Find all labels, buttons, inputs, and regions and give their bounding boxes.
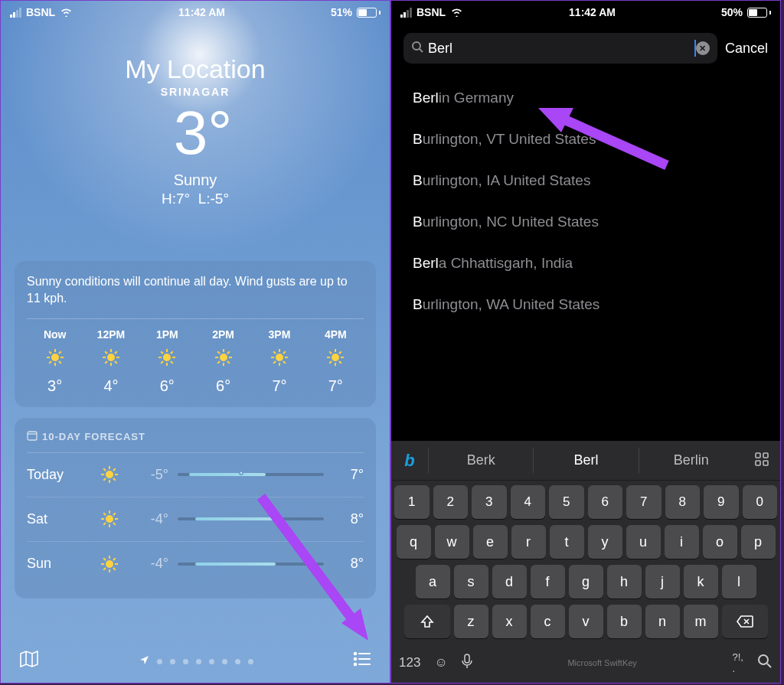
key-7[interactable]: 7: [626, 485, 662, 519]
page-dot[interactable]: [235, 659, 240, 664]
search-result[interactable]: Burlington, IA United States: [413, 160, 759, 201]
svg-rect-14: [110, 363, 112, 366]
shift-key[interactable]: [404, 605, 450, 638]
key-b[interactable]: b: [607, 605, 642, 638]
key-a[interactable]: a: [416, 565, 450, 599]
forecast-row: Today-5°7°: [27, 453, 364, 497]
sun-icon: [88, 510, 130, 528]
sun-icon: [102, 348, 120, 370]
key-3[interactable]: 3: [472, 485, 507, 519]
key-u[interactable]: u: [626, 525, 661, 559]
map-button[interactable]: [19, 650, 39, 673]
sun-icon: [158, 348, 176, 370]
sun-icon: [214, 348, 233, 370]
key-k[interactable]: k: [684, 565, 718, 599]
suggestion[interactable]: Berl: [533, 448, 638, 473]
list-button[interactable]: [353, 651, 371, 671]
key-5[interactable]: 5: [549, 485, 584, 519]
key-1[interactable]: 1: [394, 485, 430, 519]
search-result[interactable]: Berlin Germany: [413, 77, 759, 119]
page-dot[interactable]: [196, 659, 201, 664]
emoji-key[interactable]: ☺: [434, 655, 447, 670]
suggestion[interactable]: Berlin: [639, 448, 743, 473]
search-result[interactable]: Burlington, WA United States: [413, 284, 759, 325]
carrier-label: BSNL: [416, 6, 446, 18]
status-bar-right: BSNL 11:42 AM 50%: [391, 1, 780, 24]
page-dot[interactable]: [209, 659, 214, 664]
key-m[interactable]: m: [684, 605, 718, 638]
key-o[interactable]: o: [703, 525, 737, 559]
signal-icon: [10, 8, 21, 18]
backspace-key[interactable]: [722, 605, 768, 638]
search-input[interactable]: [428, 41, 694, 57]
page-dot[interactable]: [170, 659, 175, 664]
key-f[interactable]: f: [531, 565, 565, 599]
key-6[interactable]: 6: [588, 485, 623, 519]
svg-rect-70: [109, 524, 110, 527]
svg-rect-32: [223, 363, 224, 366]
sun-icon: [88, 555, 130, 573]
page-dot[interactable]: [222, 659, 227, 664]
search-field[interactable]: ✕: [403, 33, 717, 64]
cancel-button[interactable]: Cancel: [725, 41, 768, 57]
keyboard-grid-icon[interactable]: [743, 452, 780, 469]
key-0[interactable]: 0: [743, 485, 778, 519]
key-n[interactable]: n: [645, 605, 680, 638]
search-key[interactable]: [757, 654, 773, 673]
key-2[interactable]: 2: [433, 485, 469, 519]
key-w[interactable]: w: [435, 525, 469, 559]
key-q[interactable]: q: [397, 525, 431, 559]
key-i[interactable]: i: [665, 525, 699, 559]
punctuation-key[interactable]: ?!,.: [733, 651, 743, 674]
suggestion[interactable]: Berk: [428, 448, 533, 473]
keyboard-brand[interactable]: Microsoft SwiftKey: [486, 658, 719, 667]
hour-time: 3PM: [269, 328, 291, 341]
location-title: My Location: [1, 54, 390, 84]
numbers-key[interactable]: 123: [399, 655, 420, 670]
weather-header: My Location SRINAGAR 3° Sunny H:7° L:-5°: [1, 24, 390, 223]
page-dot[interactable]: [248, 659, 253, 664]
battery-icon: [747, 8, 771, 18]
page-dot[interactable]: [183, 659, 188, 664]
mic-key[interactable]: [462, 654, 472, 673]
key-9[interactable]: 9: [704, 485, 739, 519]
key-8[interactable]: 8: [665, 485, 701, 519]
keyboard[interactable]: b Berk Berl Berlin 1234567890 qwertyuiop…: [391, 441, 780, 683]
key-l[interactable]: l: [722, 565, 756, 599]
key-4[interactable]: 4: [511, 485, 546, 519]
forecast-day: Today: [27, 467, 88, 483]
condition-label: Sunny: [1, 171, 390, 189]
svg-rect-26: [161, 351, 164, 354]
key-p[interactable]: p: [741, 525, 776, 559]
key-y[interactable]: y: [588, 525, 622, 559]
key-h[interactable]: h: [607, 565, 642, 599]
svg-point-83: [354, 653, 356, 654]
key-d[interactable]: d: [492, 565, 527, 599]
svg-rect-13: [114, 360, 117, 364]
svg-rect-77: [115, 563, 118, 565]
search-result[interactable]: Berla Chhattisgarh, India: [413, 243, 759, 284]
key-j[interactable]: j: [645, 565, 680, 599]
key-x[interactable]: x: [492, 605, 527, 638]
hour-temp: 3°: [47, 377, 62, 395]
search-result[interactable]: Burlington, NC United States: [413, 201, 759, 243]
key-s[interactable]: s: [454, 565, 488, 599]
key-e[interactable]: e: [473, 525, 508, 559]
key-r[interactable]: r: [511, 525, 546, 559]
svg-point-102: [759, 655, 768, 664]
forecast-low: -4°: [130, 511, 168, 527]
key-g[interactable]: g: [569, 565, 603, 599]
key-c[interactable]: c: [531, 605, 565, 638]
clear-button[interactable]: ✕: [696, 41, 710, 55]
bing-icon[interactable]: b: [391, 451, 428, 471]
page-dot[interactable]: [157, 659, 162, 664]
page-indicator[interactable]: [39, 655, 353, 667]
key-v[interactable]: v: [569, 605, 603, 638]
search-result[interactable]: Burlington, VT United States: [413, 119, 759, 160]
forecast-high: 8°: [333, 511, 364, 527]
svg-rect-82: [103, 557, 106, 560]
hour-temp: 7°: [272, 377, 286, 395]
svg-rect-79: [109, 569, 110, 572]
key-t[interactable]: t: [550, 525, 584, 559]
key-z[interactable]: z: [454, 605, 488, 638]
